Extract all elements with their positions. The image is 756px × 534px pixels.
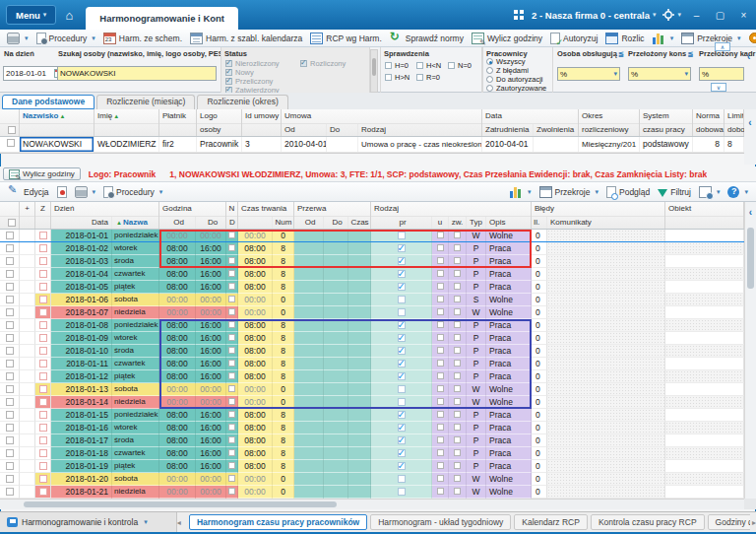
zw-checkbox[interactable]	[449, 434, 467, 447]
checkbox-icon[interactable]	[437, 462, 444, 469]
checkbox-icon[interactable]	[228, 436, 235, 443]
data-zatrudnienia-cell[interactable]: 2010-04-01	[482, 137, 534, 152]
schedule-grid-vscrollbar[interactable]: ‹	[744, 202, 756, 499]
zw-checkbox[interactable]	[449, 268, 467, 281]
zw-checkbox[interactable]	[449, 422, 467, 434]
bottom-tab-harmonogram-czasu-pracy-pracowników[interactable]: Harmonogram czasu pracy pracowników	[189, 514, 367, 530]
checkbox-icon[interactable]	[39, 385, 47, 393]
time-from-cell[interactable]: 08:00	[159, 434, 196, 447]
pr-checkbox[interactable]	[371, 345, 432, 358]
id-umowy-cell[interactable]: 3	[242, 137, 282, 152]
break-time-cell[interactable]	[348, 422, 371, 434]
plus-cell[interactable]	[20, 294, 35, 306]
checkbox-icon[interactable]	[437, 372, 444, 379]
error-count-cell[interactable]: 0	[532, 294, 547, 306]
duration-cell[interactable]: 00:00	[238, 396, 273, 409]
checkbox-icon[interactable]	[454, 475, 461, 482]
column-header-id-umowy[interactable]: Id umowy	[242, 109, 282, 136]
checkbox-icon[interactable]	[437, 385, 444, 392]
zw-checkbox[interactable]	[449, 460, 467, 473]
schedule-row[interactable]: 2018-01-19piątek08:0016:0008:008PPraca0	[0, 460, 744, 473]
duration-cell[interactable]: 08:00	[238, 268, 273, 281]
checkbox-icon[interactable]	[6, 449, 14, 457]
plus-cell[interactable]	[20, 370, 35, 383]
schedule-row[interactable]: 2018-01-13sobota00:0000:0000:000WWolne0	[0, 383, 744, 396]
bottom-tab-harmonogram-układ-tygodniowy[interactable]: Harmonogram - układ tygodniowy	[370, 514, 511, 530]
checkbox-icon[interactable]	[6, 283, 14, 291]
schedule-row[interactable]: 2018-01-02wtorek08:0016:0008:008PPraca0	[0, 242, 744, 255]
checkbox-icon[interactable]	[228, 411, 235, 418]
row-select-checkbox[interactable]	[0, 473, 20, 486]
dayname-cell[interactable]: wtorek	[112, 242, 159, 255]
row-select-checkbox[interactable]	[0, 447, 20, 460]
procedury-button-2[interactable]: Procedury▾	[99, 184, 166, 200]
checkbox-icon[interactable]	[228, 488, 235, 495]
z-checkbox[interactable]	[35, 358, 51, 370]
u-checkbox[interactable]	[432, 319, 449, 332]
chevron-left-icon[interactable]: ‹	[747, 51, 750, 62]
zw-checkbox[interactable]	[449, 255, 467, 268]
num-cell[interactable]: 0	[273, 383, 294, 396]
dayname-cell[interactable]: czwartek	[112, 447, 159, 460]
zw-checkbox[interactable]	[449, 396, 467, 409]
checkbox-icon[interactable]	[437, 257, 444, 264]
zw-checkbox[interactable]	[449, 358, 467, 370]
u-checkbox[interactable]	[432, 255, 449, 268]
checkbox-icon[interactable]	[454, 360, 461, 367]
column-header-imie[interactable]: Imię▲	[94, 109, 159, 136]
plus-cell[interactable]	[20, 332, 35, 345]
plus-cell[interactable]	[20, 447, 35, 460]
pr-check-icon[interactable]	[398, 462, 406, 470]
checkbox-icon[interactable]	[454, 436, 461, 443]
zw-checkbox[interactable]	[449, 306, 467, 319]
plus-cell[interactable]	[20, 319, 35, 332]
checkbox-icon[interactable]	[228, 334, 235, 341]
num-cell[interactable]: 8	[273, 281, 294, 294]
checkbox-icon[interactable]	[6, 488, 14, 496]
pr-checkbox[interactable]	[371, 358, 432, 370]
error-count-cell[interactable]: 0	[532, 473, 547, 486]
plus-cell[interactable]	[20, 422, 35, 434]
row-select-checkbox[interactable]	[0, 422, 20, 434]
time-to-cell[interactable]: 00:00	[196, 383, 226, 396]
time-to-cell[interactable]: 16:00	[196, 319, 226, 332]
u-checkbox[interactable]	[432, 473, 449, 486]
checkbox-icon[interactable]	[228, 360, 235, 367]
pr-check-icon[interactable]	[398, 334, 406, 342]
pr-check-icon[interactable]	[398, 398, 406, 406]
row-select-checkbox[interactable]	[0, 294, 20, 306]
column-header-okres[interactable]: Okresrozliczeniowy	[579, 109, 640, 136]
messages-cell[interactable]	[547, 486, 665, 499]
time-from-cell[interactable]: 08:00	[159, 345, 196, 358]
checkbox-icon[interactable]	[437, 488, 444, 495]
time-to-cell[interactable]: 16:00	[196, 447, 226, 460]
num-cell[interactable]: 0	[273, 294, 294, 306]
break-to-cell[interactable]	[324, 358, 348, 370]
break-time-cell[interactable]	[348, 396, 371, 409]
row-select-checkbox[interactable]	[0, 345, 20, 358]
messages-cell[interactable]	[547, 319, 665, 332]
nd-checkbox[interactable]	[226, 358, 238, 370]
break-time-cell[interactable]	[348, 345, 371, 358]
schedule-row[interactable]: 2018-01-03środa08:0016:0008:008PPraca0	[0, 255, 744, 268]
break-time-cell[interactable]	[348, 268, 371, 281]
object-cell[interactable]	[665, 281, 744, 294]
object-cell[interactable]	[665, 434, 744, 447]
desc-cell[interactable]: Praca	[486, 319, 532, 332]
checkbox-icon[interactable]	[6, 257, 14, 265]
break-to-cell[interactable]	[324, 332, 348, 345]
desc-cell[interactable]: Praca	[486, 434, 532, 447]
pr-checkbox[interactable]	[371, 409, 432, 422]
przekroje-button[interactable]: Przekroje▾	[677, 31, 744, 46]
pr-check-icon[interactable]	[398, 436, 406, 444]
duration-cell[interactable]: 08:00	[238, 409, 273, 422]
dayname-cell[interactable]: środa	[112, 434, 159, 447]
company-selector[interactable]: 2 - Nasza firma 0 - centrala▾	[532, 10, 656, 21]
date-cell[interactable]: 2018-01-12	[51, 370, 112, 383]
pr-checkbox[interactable]	[371, 473, 432, 486]
messages-cell[interactable]	[547, 370, 665, 383]
checkbox-icon[interactable]	[228, 385, 235, 392]
plus-cell[interactable]	[20, 281, 35, 294]
u-checkbox[interactable]	[432, 294, 449, 306]
break-to-cell[interactable]	[324, 434, 348, 447]
